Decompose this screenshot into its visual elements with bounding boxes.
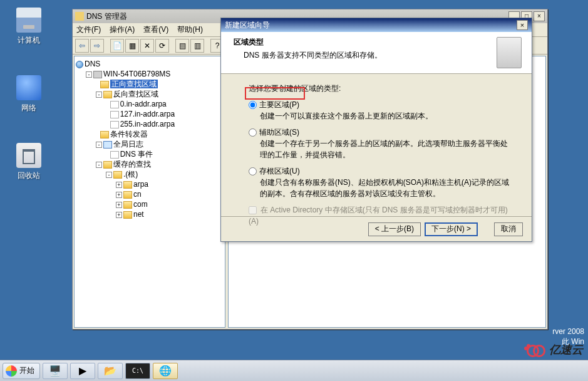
refresh-button[interactable]: ⟳ bbox=[155, 39, 169, 53]
back-button[interactable]: ⇦ bbox=[75, 39, 89, 53]
tree-node[interactable]: 全局日志 bbox=[113, 140, 143, 149]
tree-node-forward-zones[interactable]: 正向查找区域 bbox=[110, 80, 158, 88]
event-icon bbox=[110, 151, 119, 159]
forward-button[interactable]: ⇨ bbox=[90, 39, 104, 53]
wizard-prompt: 选择您要创建的区域的类型: bbox=[249, 83, 512, 94]
taskbar-item[interactable]: 🖥️ bbox=[43, 363, 68, 379]
zone-type-primary[interactable]: 主要区域(P) 创建一个可以直接在这个服务器上更新的区域副本。 bbox=[249, 99, 512, 122]
wizard-header-sub: DNS 服务器支持不同类型的区域和存储。 bbox=[234, 50, 497, 61]
radio-secondary[interactable] bbox=[249, 128, 257, 137]
tree-node[interactable]: com bbox=[133, 200, 148, 209]
computer-icon bbox=[16, 8, 41, 33]
taskbar-item-dns[interactable]: 🌐 bbox=[153, 363, 178, 379]
toolbar-btn[interactable]: ▦ bbox=[125, 39, 139, 53]
up-button[interactable]: 📄 bbox=[110, 39, 124, 53]
desktop: 计算机 网络 回收站 DNS 管理器 _ □ × 文件(F) 操作(A) 查看(… bbox=[0, 0, 588, 381]
wizard-footer: < 上一步(B) 下一步(N) > 取消 bbox=[221, 216, 532, 241]
tree-node[interactable]: 127.in-addr.arpa bbox=[120, 110, 175, 118]
recycle-bin-icon bbox=[16, 143, 41, 168]
option-desc: 创建一个可以直接在这个服务器上更新的区域副本。 bbox=[249, 110, 512, 122]
network-icon bbox=[16, 75, 41, 100]
tree-toggle[interactable]: + bbox=[116, 192, 122, 198]
start-label: 开始 bbox=[19, 365, 34, 376]
tree-node[interactable]: DNS bbox=[85, 60, 100, 68]
logo-text: 亿速云 bbox=[549, 342, 583, 357]
tree-node[interactable]: 255.in-addr.arpa bbox=[120, 120, 175, 128]
tree-node[interactable]: 0.in-addr.arpa bbox=[120, 100, 167, 108]
back-button[interactable]: < 上一步(B) bbox=[368, 222, 421, 236]
toolbar-btn[interactable]: ▥ bbox=[190, 39, 204, 53]
option-desc: 创建只含有名称服务器(NS)、起始授权机构(SOA)和粘连主机(A)记录的区域的… bbox=[249, 177, 512, 199]
tree-toggle[interactable]: - bbox=[106, 172, 112, 178]
zone-icon bbox=[110, 111, 119, 118]
tree-node[interactable]: WIN-54T06B798MS bbox=[103, 70, 170, 78]
cancel-button[interactable]: 取消 bbox=[494, 222, 523, 236]
tree-node[interactable]: .(根) bbox=[123, 170, 138, 179]
folder-icon bbox=[123, 181, 132, 189]
folder-icon bbox=[103, 91, 112, 98]
tree-node[interactable]: 反向查找区域 bbox=[113, 90, 158, 98]
wizard-body: 选择您要创建的区域的类型: 主要区域(P) 创建一个可以直接在这个服务器上更新的… bbox=[221, 74, 532, 232]
taskbar: 开始 🖥️ ▶ 📂 C:\ 🌐 bbox=[0, 360, 588, 381]
tree-pane[interactable]: DNS -WIN-54T06B798MS 正向查找区域 -反向查找区域 0.in… bbox=[74, 56, 225, 328]
new-zone-wizard: 新建区域向导 × 区域类型 DNS 服务器支持不同类型的区域和存储。 选择您要创… bbox=[220, 18, 532, 242]
tree-node[interactable]: net bbox=[133, 210, 144, 219]
desktop-icon-recycle[interactable]: 回收站 bbox=[10, 143, 48, 181]
toolbar-btn[interactable]: ▤ bbox=[175, 39, 189, 53]
folder-icon bbox=[123, 211, 132, 219]
next-button[interactable]: 下一步(N) > bbox=[425, 222, 478, 236]
close-button[interactable]: × bbox=[517, 20, 528, 30]
zone-type-stub[interactable]: 存根区域(U) 创建只含有名称服务器(NS)、起始授权机构(SOA)和粘连主机(… bbox=[249, 165, 512, 199]
tree-toggle[interactable]: + bbox=[116, 202, 122, 208]
dns-root-icon bbox=[76, 61, 83, 68]
folder-icon bbox=[103, 161, 112, 169]
radio-label: 存根区域(U) bbox=[259, 167, 300, 175]
folder-icon bbox=[123, 191, 132, 199]
taskbar-item[interactable]: C:\ bbox=[125, 363, 150, 379]
tree-node[interactable]: arpa bbox=[133, 180, 148, 189]
folder-icon bbox=[100, 131, 109, 138]
desktop-icon-label: 网络 bbox=[10, 103, 48, 113]
zone-type-secondary[interactable]: 辅助区域(S) 创建一个存在于另一个服务器上的区域的副本。此选项帮助主服务器平衡… bbox=[249, 127, 512, 160]
menu-file[interactable]: 文件(F) bbox=[76, 24, 101, 35]
tree-toggle[interactable]: - bbox=[96, 142, 102, 148]
menu-view[interactable]: 查看(V) bbox=[143, 24, 168, 35]
radio-stub[interactable] bbox=[249, 167, 257, 175]
desktop-icon-computer[interactable]: 计算机 bbox=[10, 8, 48, 46]
radio-primary[interactable] bbox=[249, 101, 257, 109]
taskbar-item[interactable]: 📂 bbox=[98, 363, 123, 379]
ad-store-checkbox bbox=[249, 206, 257, 214]
tree-toggle[interactable]: + bbox=[116, 212, 122, 218]
folder-icon bbox=[113, 171, 122, 179]
tree-node[interactable]: 条件转发器 bbox=[110, 130, 148, 138]
wizard-header-title: 区域类型 bbox=[234, 37, 497, 48]
logo-icon bbox=[527, 343, 545, 357]
wizard-titlebar[interactable]: 新建区域向导 × bbox=[221, 18, 532, 32]
server-icon bbox=[93, 71, 102, 78]
tree-node[interactable]: DNS 事件 bbox=[120, 150, 153, 159]
taskbar-item[interactable]: ▶ bbox=[70, 363, 95, 379]
start-button[interactable]: 开始 bbox=[3, 363, 40, 379]
tree-toggle[interactable]: - bbox=[96, 162, 102, 168]
desktop-icon-label: 计算机 bbox=[10, 35, 48, 46]
menu-action[interactable]: 操作(A) bbox=[110, 24, 135, 35]
tree-toggle[interactable]: + bbox=[116, 182, 122, 188]
radio-label: 辅助区域(S) bbox=[259, 128, 299, 137]
tree-node[interactable]: cn bbox=[133, 190, 142, 199]
option-desc: 创建一个存在于另一个服务器上的区域的副本。此选项帮助主服务器平衡处理的工作量，并… bbox=[249, 138, 512, 160]
start-orb-icon bbox=[6, 365, 17, 377]
folder-icon bbox=[100, 81, 109, 88]
zone-icon bbox=[110, 101, 119, 108]
desktop-icon-label: 回收站 bbox=[10, 170, 48, 181]
zone-icon bbox=[110, 121, 119, 128]
tree-node[interactable]: 缓存的查找 bbox=[113, 160, 151, 169]
desktop-icon-network[interactable]: 网络 bbox=[10, 75, 48, 113]
watermark-text: rver 2008 bbox=[552, 327, 584, 336]
tree-toggle[interactable]: - bbox=[96, 91, 102, 98]
folder-icon bbox=[123, 201, 132, 209]
logo-badge: 亿速云 bbox=[527, 342, 583, 357]
close-button[interactable]: × bbox=[534, 11, 545, 21]
menu-help[interactable]: 帮助(H) bbox=[177, 24, 203, 35]
tree-toggle[interactable]: - bbox=[86, 71, 92, 78]
delete-button[interactable]: ✕ bbox=[140, 39, 154, 53]
